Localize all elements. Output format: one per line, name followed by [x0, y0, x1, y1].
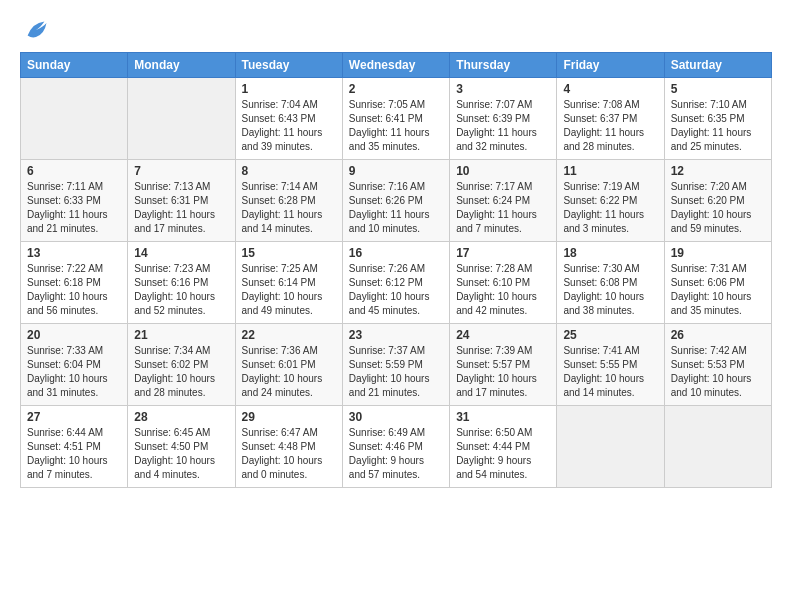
calendar-day-cell: 25Sunrise: 7:41 AM Sunset: 5:55 PM Dayli…	[557, 324, 664, 406]
day-info: Sunrise: 7:36 AM Sunset: 6:01 PM Dayligh…	[242, 344, 336, 400]
calendar-day-cell: 23Sunrise: 7:37 AM Sunset: 5:59 PM Dayli…	[342, 324, 449, 406]
day-number: 17	[456, 246, 550, 260]
day-number: 30	[349, 410, 443, 424]
day-info: Sunrise: 6:47 AM Sunset: 4:48 PM Dayligh…	[242, 426, 336, 482]
header	[20, 16, 772, 44]
calendar-day-cell: 18Sunrise: 7:30 AM Sunset: 6:08 PM Dayli…	[557, 242, 664, 324]
calendar-day-cell	[21, 78, 128, 160]
day-info: Sunrise: 7:42 AM Sunset: 5:53 PM Dayligh…	[671, 344, 765, 400]
calendar-day-cell: 15Sunrise: 7:25 AM Sunset: 6:14 PM Dayli…	[235, 242, 342, 324]
day-number: 2	[349, 82, 443, 96]
day-number: 6	[27, 164, 121, 178]
day-info: Sunrise: 7:26 AM Sunset: 6:12 PM Dayligh…	[349, 262, 443, 318]
day-info: Sunrise: 7:08 AM Sunset: 6:37 PM Dayligh…	[563, 98, 657, 154]
day-number: 10	[456, 164, 550, 178]
day-info: Sunrise: 7:07 AM Sunset: 6:39 PM Dayligh…	[456, 98, 550, 154]
day-number: 13	[27, 246, 121, 260]
calendar-day-cell: 5Sunrise: 7:10 AM Sunset: 6:35 PM Daylig…	[664, 78, 771, 160]
day-info: Sunrise: 7:13 AM Sunset: 6:31 PM Dayligh…	[134, 180, 228, 236]
calendar-day-cell: 26Sunrise: 7:42 AM Sunset: 5:53 PM Dayli…	[664, 324, 771, 406]
calendar-day-header: Monday	[128, 53, 235, 78]
day-number: 4	[563, 82, 657, 96]
day-info: Sunrise: 7:16 AM Sunset: 6:26 PM Dayligh…	[349, 180, 443, 236]
day-info: Sunrise: 6:49 AM Sunset: 4:46 PM Dayligh…	[349, 426, 443, 482]
day-number: 29	[242, 410, 336, 424]
day-info: Sunrise: 7:14 AM Sunset: 6:28 PM Dayligh…	[242, 180, 336, 236]
day-info: Sunrise: 6:50 AM Sunset: 4:44 PM Dayligh…	[456, 426, 550, 482]
calendar-day-header: Tuesday	[235, 53, 342, 78]
calendar-day-cell: 10Sunrise: 7:17 AM Sunset: 6:24 PM Dayli…	[450, 160, 557, 242]
calendar-day-cell: 9Sunrise: 7:16 AM Sunset: 6:26 PM Daylig…	[342, 160, 449, 242]
day-number: 11	[563, 164, 657, 178]
calendar-day-cell: 16Sunrise: 7:26 AM Sunset: 6:12 PM Dayli…	[342, 242, 449, 324]
calendar-day-cell: 31Sunrise: 6:50 AM Sunset: 4:44 PM Dayli…	[450, 406, 557, 488]
calendar-day-cell: 30Sunrise: 6:49 AM Sunset: 4:46 PM Dayli…	[342, 406, 449, 488]
day-number: 14	[134, 246, 228, 260]
day-number: 27	[27, 410, 121, 424]
day-info: Sunrise: 7:05 AM Sunset: 6:41 PM Dayligh…	[349, 98, 443, 154]
day-number: 7	[134, 164, 228, 178]
calendar-day-cell: 27Sunrise: 6:44 AM Sunset: 4:51 PM Dayli…	[21, 406, 128, 488]
day-info: Sunrise: 7:39 AM Sunset: 5:57 PM Dayligh…	[456, 344, 550, 400]
calendar-day-cell: 7Sunrise: 7:13 AM Sunset: 6:31 PM Daylig…	[128, 160, 235, 242]
day-info: Sunrise: 7:23 AM Sunset: 6:16 PM Dayligh…	[134, 262, 228, 318]
day-number: 15	[242, 246, 336, 260]
day-number: 22	[242, 328, 336, 342]
day-number: 19	[671, 246, 765, 260]
calendar-day-cell: 4Sunrise: 7:08 AM Sunset: 6:37 PM Daylig…	[557, 78, 664, 160]
day-info: Sunrise: 7:17 AM Sunset: 6:24 PM Dayligh…	[456, 180, 550, 236]
calendar-day-header: Friday	[557, 53, 664, 78]
day-number: 20	[27, 328, 121, 342]
calendar-day-cell: 28Sunrise: 6:45 AM Sunset: 4:50 PM Dayli…	[128, 406, 235, 488]
calendar-day-cell: 13Sunrise: 7:22 AM Sunset: 6:18 PM Dayli…	[21, 242, 128, 324]
calendar-week-row: 1Sunrise: 7:04 AM Sunset: 6:43 PM Daylig…	[21, 78, 772, 160]
calendar-day-cell: 29Sunrise: 6:47 AM Sunset: 4:48 PM Dayli…	[235, 406, 342, 488]
calendar-day-cell: 8Sunrise: 7:14 AM Sunset: 6:28 PM Daylig…	[235, 160, 342, 242]
logo	[20, 16, 50, 44]
calendar-day-cell: 22Sunrise: 7:36 AM Sunset: 6:01 PM Dayli…	[235, 324, 342, 406]
day-info: Sunrise: 7:31 AM Sunset: 6:06 PM Dayligh…	[671, 262, 765, 318]
day-info: Sunrise: 7:11 AM Sunset: 6:33 PM Dayligh…	[27, 180, 121, 236]
day-info: Sunrise: 7:19 AM Sunset: 6:22 PM Dayligh…	[563, 180, 657, 236]
calendar-day-header: Wednesday	[342, 53, 449, 78]
calendar-day-cell: 12Sunrise: 7:20 AM Sunset: 6:20 PM Dayli…	[664, 160, 771, 242]
day-number: 21	[134, 328, 228, 342]
calendar-day-cell: 3Sunrise: 7:07 AM Sunset: 6:39 PM Daylig…	[450, 78, 557, 160]
calendar-day-cell: 6Sunrise: 7:11 AM Sunset: 6:33 PM Daylig…	[21, 160, 128, 242]
calendar-day-cell: 19Sunrise: 7:31 AM Sunset: 6:06 PM Dayli…	[664, 242, 771, 324]
day-number: 12	[671, 164, 765, 178]
day-info: Sunrise: 7:33 AM Sunset: 6:04 PM Dayligh…	[27, 344, 121, 400]
calendar-table: SundayMondayTuesdayWednesdayThursdayFrid…	[20, 52, 772, 488]
calendar-day-cell	[664, 406, 771, 488]
day-info: Sunrise: 6:44 AM Sunset: 4:51 PM Dayligh…	[27, 426, 121, 482]
logo-bird-icon	[22, 16, 50, 44]
day-number: 9	[349, 164, 443, 178]
day-number: 25	[563, 328, 657, 342]
day-info: Sunrise: 7:04 AM Sunset: 6:43 PM Dayligh…	[242, 98, 336, 154]
day-info: Sunrise: 7:34 AM Sunset: 6:02 PM Dayligh…	[134, 344, 228, 400]
day-number: 16	[349, 246, 443, 260]
calendar-day-cell: 20Sunrise: 7:33 AM Sunset: 6:04 PM Dayli…	[21, 324, 128, 406]
calendar-day-cell: 24Sunrise: 7:39 AM Sunset: 5:57 PM Dayli…	[450, 324, 557, 406]
calendar-day-header: Saturday	[664, 53, 771, 78]
calendar-week-row: 27Sunrise: 6:44 AM Sunset: 4:51 PM Dayli…	[21, 406, 772, 488]
day-number: 1	[242, 82, 336, 96]
day-number: 23	[349, 328, 443, 342]
calendar-week-row: 6Sunrise: 7:11 AM Sunset: 6:33 PM Daylig…	[21, 160, 772, 242]
day-info: Sunrise: 7:25 AM Sunset: 6:14 PM Dayligh…	[242, 262, 336, 318]
calendar-day-cell: 1Sunrise: 7:04 AM Sunset: 6:43 PM Daylig…	[235, 78, 342, 160]
calendar-week-row: 13Sunrise: 7:22 AM Sunset: 6:18 PM Dayli…	[21, 242, 772, 324]
day-info: Sunrise: 6:45 AM Sunset: 4:50 PM Dayligh…	[134, 426, 228, 482]
calendar-day-cell: 17Sunrise: 7:28 AM Sunset: 6:10 PM Dayli…	[450, 242, 557, 324]
day-number: 28	[134, 410, 228, 424]
calendar-day-header: Sunday	[21, 53, 128, 78]
calendar-day-cell	[557, 406, 664, 488]
calendar-day-header: Thursday	[450, 53, 557, 78]
calendar-day-cell: 14Sunrise: 7:23 AM Sunset: 6:16 PM Dayli…	[128, 242, 235, 324]
calendar-week-row: 20Sunrise: 7:33 AM Sunset: 6:04 PM Dayli…	[21, 324, 772, 406]
day-number: 26	[671, 328, 765, 342]
day-info: Sunrise: 7:20 AM Sunset: 6:20 PM Dayligh…	[671, 180, 765, 236]
day-number: 5	[671, 82, 765, 96]
day-number: 8	[242, 164, 336, 178]
page: SundayMondayTuesdayWednesdayThursdayFrid…	[0, 0, 792, 504]
